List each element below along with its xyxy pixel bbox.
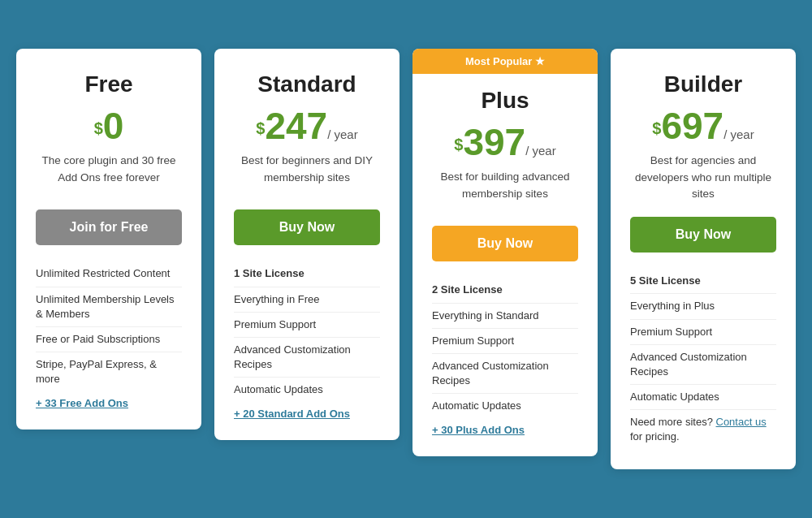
feature-item: Stripe, PayPal Express, & more xyxy=(36,352,182,391)
plan-description-plus: Best for building advanced membership si… xyxy=(432,169,578,211)
addon-link-plus[interactable]: + 30 Plus Add Ons xyxy=(432,424,525,436)
price-symbol: $ xyxy=(256,119,265,137)
plan-price-standard: $247/ year xyxy=(234,107,380,145)
feature-item: Advanced Customization Recipes xyxy=(432,353,578,393)
price-period: / year xyxy=(723,127,754,141)
cta-button-plus[interactable]: Buy Now xyxy=(432,226,578,261)
feature-item: Premium Support xyxy=(234,312,380,337)
cta-button-free[interactable]: Join for Free xyxy=(36,209,182,245)
price-symbol: $ xyxy=(94,119,103,137)
plan-name-standard: Standard xyxy=(234,71,380,97)
plan-description-free: The core plugin and 30 free Add Ons free… xyxy=(36,153,182,195)
feature-item: Premium Support xyxy=(630,319,776,344)
cta-button-standard[interactable]: Buy Now xyxy=(234,209,380,245)
features-list-standard: 1 Site LicenseEverything in FreePremium … xyxy=(234,261,380,402)
plan-card-standard: Standard $247/ year Best for beginners a… xyxy=(214,49,400,439)
feature-item: Everything in Standard xyxy=(432,303,578,328)
plan-description-builder: Best for agencies and developers who run… xyxy=(630,153,776,202)
price-period: / year xyxy=(327,127,358,141)
price-amount: 697 xyxy=(661,105,723,147)
plan-card-builder: Builder $697/ year Best for agencies and… xyxy=(611,49,796,468)
plan-name-free: Free xyxy=(36,71,182,97)
addon-link-standard[interactable]: + 20 Standard Add Ons xyxy=(234,408,350,420)
feature-item: Everything in Free xyxy=(234,287,380,312)
plan-price-builder: $697/ year xyxy=(630,107,776,145)
features-list-builder: 5 Site LicenseEverything in PlusPremium … xyxy=(630,269,776,450)
feature-item: 5 Site License xyxy=(630,269,776,293)
plan-price-free: $0 xyxy=(36,107,182,145)
feature-item: Unlimited Membership Levels & Members xyxy=(36,287,182,326)
price-period: / year xyxy=(525,144,556,158)
plan-card-plus: Most Popular ★Plus $397/ year Best for b… xyxy=(412,49,598,455)
feature-item: Unlimited Restricted Content xyxy=(36,261,182,286)
addon-link-free[interactable]: + 33 Free Add Ons xyxy=(36,397,128,409)
feature-item: Premium Support xyxy=(432,328,578,353)
feature-item: 1 Site License xyxy=(234,261,380,286)
price-amount: 0 xyxy=(103,105,124,147)
plan-name-plus: Plus xyxy=(432,88,578,114)
feature-item: Everything in Plus xyxy=(630,293,776,318)
price-amount: 247 xyxy=(265,105,327,147)
plan-description-standard: Best for beginners and DIY membership si… xyxy=(234,153,380,195)
popular-badge: Most Popular ★ xyxy=(412,49,598,74)
plan-card-free: Free $0 The core plugin and 30 free Add … xyxy=(16,49,201,429)
feature-item: Advanced Customization Recipes xyxy=(234,337,380,377)
feature-item: 2 Site License xyxy=(432,278,578,302)
contact-link[interactable]: Contact us xyxy=(716,416,767,428)
features-list-plus: 2 Site LicenseEverything in StandardPrem… xyxy=(432,278,578,418)
feature-item: Automatic Updates xyxy=(234,377,380,402)
feature-item: Need more sites? Contact us for pricing. xyxy=(630,409,776,449)
price-symbol: $ xyxy=(652,119,661,137)
feature-item: Advanced Customization Recipes xyxy=(630,344,776,384)
pricing-container: Free $0 The core plugin and 30 free Add … xyxy=(16,49,796,468)
feature-item: Automatic Updates xyxy=(432,393,578,418)
plan-price-plus: $397/ year xyxy=(432,123,578,161)
plan-name-builder: Builder xyxy=(630,71,776,97)
feature-item: Free or Paid Subscriptions xyxy=(36,326,182,352)
cta-button-builder[interactable]: Buy Now xyxy=(630,217,776,253)
price-symbol: $ xyxy=(454,136,463,153)
features-list-free: Unlimited Restricted ContentUnlimited Me… xyxy=(36,261,182,391)
feature-item: Automatic Updates xyxy=(630,384,776,409)
price-amount: 397 xyxy=(463,121,525,163)
